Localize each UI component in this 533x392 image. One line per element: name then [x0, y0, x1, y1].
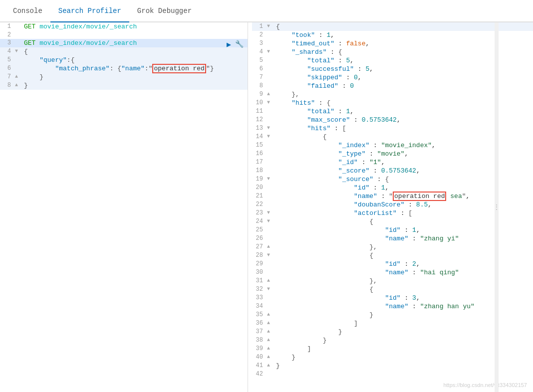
table-row: 6 "match_phrase": {"name":"operation red… — [0, 64, 248, 73]
table-row: 11 "total" : 1, — [252, 107, 533, 116]
table-row: 27 ▲ }, — [252, 243, 533, 251]
table-row: 5 "total" : 5, — [252, 56, 533, 65]
table-row: 28 ▼ { — [252, 251, 533, 260]
table-row: 18 "_score" : 0.5753642, — [252, 167, 533, 175]
table-row: 21 "name" : "operation red sea", — [252, 192, 533, 200]
table-row: 33 "id" : 3, — [252, 294, 533, 302]
table-row: 30 "name" : "hai qing" — [252, 268, 533, 277]
table-row: 36 ▲ ] — [252, 319, 533, 328]
run-button[interactable]: ▶ — [227, 40, 231, 49]
table-row: 42 — [252, 370, 533, 378]
table-row: 20 "id" : 1, — [252, 184, 533, 192]
table-row: 40 ▲ } — [252, 353, 533, 362]
table-row: 29 "id" : 2, — [252, 260, 533, 268]
operation-red-highlight-right: operation red — [393, 192, 446, 201]
table-row: 16 "_type" : "movie", — [252, 150, 533, 158]
table-row: 32 ▼ { — [252, 285, 533, 294]
operation-red-highlight-left: operation red — [152, 64, 206, 73]
watermark: https://blog.csdn.net/wt334302157 — [443, 382, 527, 388]
nav-grok-debugger[interactable]: Grok Debugger — [129, 0, 200, 22]
resize-handle[interactable]: ⋮ — [495, 22, 499, 392]
table-row: 31 ▲ }, — [252, 277, 533, 285]
table-row: 7 ▲ } — [0, 73, 248, 81]
table-row: 24 ▼ { — [252, 217, 533, 226]
table-row: 22 "doubanScore" : 8.5, — [252, 200, 533, 209]
table-row: 6 "successful" : 5, — [252, 65, 533, 73]
right-code-area: 1 ▼ { 2 "took" : 1, 3 "timed_out" : fals… — [252, 22, 533, 378]
nav-search-profiler[interactable]: Search Profiler — [50, 0, 129, 22]
table-row: 10 ▼ "hits" : { — [252, 99, 533, 107]
table-row: 4 ▼ { — [0, 47, 248, 56]
table-row: 5 "query":{ — [0, 56, 248, 64]
wrench-icon[interactable]: 🔧 — [235, 40, 244, 49]
table-row: 3 GET movie_index/movie/_search ▶ 🔧 — [0, 39, 248, 47]
table-row: 7 "skipped" : 0, — [252, 73, 533, 82]
table-row: 2 "took" : 1, — [252, 31, 533, 39]
table-row: 1 ▼ { — [252, 22, 533, 31]
table-row: 14 ▼ { — [252, 133, 533, 141]
table-row: 41 ▲ } — [252, 362, 533, 370]
table-row: 37 ▲ } — [252, 328, 533, 336]
table-row: 2 — [0, 31, 248, 39]
table-row: 8 "failed" : 0 — [252, 82, 533, 90]
table-row: 17 "_id" : "1", — [252, 158, 533, 167]
main-layout: 1 GET movie_index/movie/_search 2 3 GET … — [0, 22, 533, 392]
table-row: 19 ▼ "_source" : { — [252, 175, 533, 184]
left-code-area: 1 GET movie_index/movie/_search 2 3 GET … — [0, 22, 248, 90]
table-row: 12 "max_score" : 0.5753642, — [252, 116, 533, 124]
table-row: 1 GET movie_index/movie/_search — [0, 22, 248, 31]
table-row: 35 ▲ } — [252, 311, 533, 319]
top-nav: Console Search Profiler Grok Debugger — [0, 0, 533, 22]
table-row: 38 ▲ } — [252, 336, 533, 345]
table-row: 34 "name" : "zhang han yu" — [252, 302, 533, 311]
table-row: 26 "name" : "zhang yi" — [252, 234, 533, 243]
table-row: 8 ▲ } — [0, 81, 248, 90]
table-row: 23 ▼ "actorList" : [ — [252, 209, 533, 217]
table-row: 3 "timed_out" : false, — [252, 39, 533, 48]
left-panel: 1 GET movie_index/movie/_search 2 3 GET … — [0, 22, 248, 392]
table-row: 9 ▲ }, — [252, 90, 533, 99]
table-row: 25 "id" : 1, — [252, 226, 533, 234]
table-row: 4 ▼ "_shards" : { — [252, 48, 533, 56]
table-row: 39 ▲ ] — [252, 345, 533, 353]
right-panel: 1 ▼ { 2 "took" : 1, 3 "timed_out" : fals… — [252, 22, 533, 392]
table-row: 15 "_index" : "movie_index", — [252, 141, 533, 150]
nav-console[interactable]: Console — [5, 0, 50, 22]
table-row: 13 ▼ "hits" : [ — [252, 124, 533, 133]
